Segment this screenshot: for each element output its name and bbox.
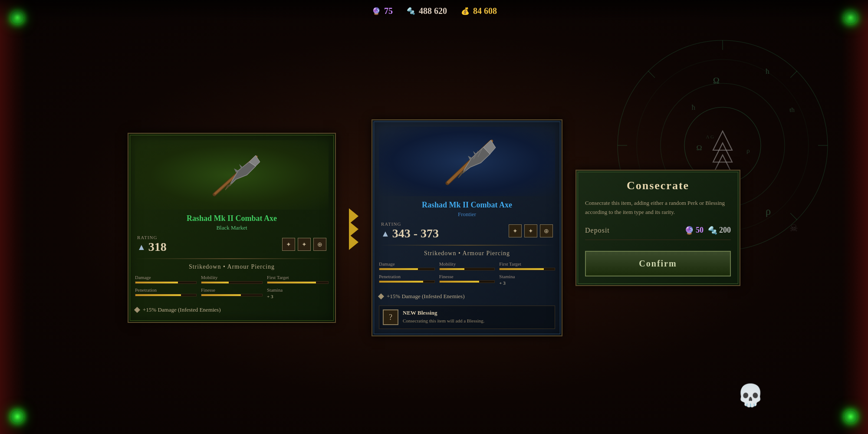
stat-penetration-left: Penetration xyxy=(135,287,197,299)
center-blessing-icon-2: ✦ xyxy=(524,224,537,237)
center-blessing-icon-1: ✦ xyxy=(509,224,522,237)
consecrate-content: Consecrate Consecrate this item, adding … xyxy=(585,179,731,276)
arrow-divider xyxy=(349,208,358,247)
chevron-3 xyxy=(349,234,358,250)
hud-currency3: 💰 84 608 xyxy=(460,6,497,16)
consecrate-title: Consecrate xyxy=(585,179,731,192)
weapon-image-left xyxy=(135,140,329,210)
blessing-icon-2: ✦ xyxy=(298,238,311,251)
center-blessing-icon-3: ⊕ xyxy=(540,224,553,237)
currency3-icon: 💰 xyxy=(460,6,470,16)
center-weapon-subtitle: Frontier xyxy=(379,211,555,218)
deposit-cost: 🔮 50 🔩 200 xyxy=(684,226,731,235)
center-rating-row: Rating ▲ 343 - 373 ✦ ✦ ⊕ xyxy=(379,221,555,240)
silver-icon: 🔩 xyxy=(708,226,717,235)
hud-currency2: 🔩 488 620 xyxy=(406,6,447,16)
left-rating-row: Rating ▲ 318 ✦ ✦ ⊕ xyxy=(135,235,329,254)
left-weapon-name: Rashad Mk II Combat Axe xyxy=(135,214,329,223)
center-perks-title: Strikedown • Armour Piercing xyxy=(379,250,555,257)
deposit-row: Deposit 🔮 50 🔩 200 xyxy=(585,226,731,240)
center-stats-grid: Damage Mobility First Target Penetration… xyxy=(379,261,555,286)
hud-currency1: 🔮 75 xyxy=(371,6,393,16)
center-perk-text: +15% Damage (Infested Enemies) xyxy=(387,293,465,300)
consecrate-panel: Consecrate Consecrate this item, adding … xyxy=(575,170,740,286)
perk-diamond-center xyxy=(378,293,384,299)
item-card-left: Rashad Mk II Combat Axe Black Market Rat… xyxy=(128,133,336,323)
blessing-question-icon: ? xyxy=(383,309,398,325)
main-content: Rashad Mk II Combat Axe Black Market Rat… xyxy=(0,22,868,434)
blessing-icon-3: ⊕ xyxy=(313,238,326,251)
perk-diamond-left xyxy=(134,307,140,313)
stat-finesse-left: Finesse xyxy=(201,287,263,299)
left-weapon-subtitle: Black Market xyxy=(135,224,329,231)
confirm-button[interactable]: Confirm xyxy=(585,251,731,276)
stat-mobility-center: Mobility xyxy=(439,261,495,270)
left-rating-label: Rating ▲ 318 xyxy=(137,235,167,254)
stat-first-target-center: First Target xyxy=(499,261,555,270)
corner-orb-br xyxy=(844,410,857,423)
currency2-value: 488 620 xyxy=(419,6,447,16)
silver-value: 200 xyxy=(719,226,731,235)
currency3-value: 84 608 xyxy=(473,6,497,16)
stat-mobility-left: Mobility xyxy=(201,275,263,284)
blessing-title: NEW Blessing xyxy=(403,309,551,316)
center-blessing-row: ? NEW Blessing Consecrating this item wi… xyxy=(379,306,555,329)
cost-silver: 🔩 200 xyxy=(708,226,731,235)
rating-icon-center: ▲ xyxy=(381,229,390,239)
stat-stamina-left: Stamina + 3 xyxy=(267,287,329,299)
left-rating-value: ▲ 318 xyxy=(137,240,167,254)
rating-icon-left: ▲ xyxy=(137,242,146,252)
stat-first-target-left: First Target xyxy=(267,275,329,284)
axe-left xyxy=(188,147,275,203)
blessing-icon-1: ✦ xyxy=(282,238,295,251)
currency1-icon: 🔮 xyxy=(371,6,381,16)
deposit-label: Deposit xyxy=(585,227,610,234)
center-rating-range: 343 - 373 xyxy=(392,227,439,240)
center-rating-value: ▲ 343 - 373 xyxy=(381,227,439,240)
left-perks-title: Strikedown • Armour Piercing xyxy=(135,263,329,270)
corner-orb-bl xyxy=(11,410,24,423)
weapon-image-center xyxy=(379,127,555,196)
left-stats-grid: Damage Mobility First Target Penetration… xyxy=(135,275,329,299)
axe-center xyxy=(424,133,510,190)
stat-finesse-center: Finesse xyxy=(439,274,495,286)
stat-damage-center: Damage xyxy=(379,261,435,270)
skull-value: 50 xyxy=(696,226,704,235)
currency2-icon: 🔩 xyxy=(406,6,416,16)
blessing-desc: Consecrating this item will add a Blessi… xyxy=(403,318,551,324)
skull-icon: 🔮 xyxy=(684,226,694,235)
left-perk-row: +15% Damage (Infested Enemies) xyxy=(135,304,329,316)
cost-skulls: 🔮 50 xyxy=(684,226,704,235)
stat-penetration-center: Penetration xyxy=(379,274,435,286)
center-rating-label: Rating ▲ 343 - 373 xyxy=(381,221,439,240)
left-perk-text: +15% Damage (Infested Enemies) xyxy=(143,306,221,313)
currency1-value: 75 xyxy=(384,6,393,16)
left-blessing-icons: ✦ ✦ ⊕ xyxy=(282,238,326,251)
center-blessing-icons: ✦ ✦ ⊕ xyxy=(509,224,553,237)
consecrate-description: Consecrate this item, adding either a ra… xyxy=(585,199,731,217)
item-card-center: Rashad Mk II Combat Axe Frontier Rating … xyxy=(372,119,562,336)
stat-stamina-center: Stamina + 3 xyxy=(499,274,555,286)
center-weapon-name: Rashad Mk II Combat Axe xyxy=(379,201,555,210)
top-hud: 🔮 75 🔩 488 620 💰 84 608 xyxy=(0,0,868,22)
center-perk-row: +15% Damage (Infested Enemies) xyxy=(379,291,555,302)
left-divider xyxy=(135,258,329,259)
blessing-text-block: NEW Blessing Consecrating this item will… xyxy=(403,309,551,324)
center-divider xyxy=(379,245,555,246)
stat-damage-left: Damage xyxy=(135,275,197,284)
